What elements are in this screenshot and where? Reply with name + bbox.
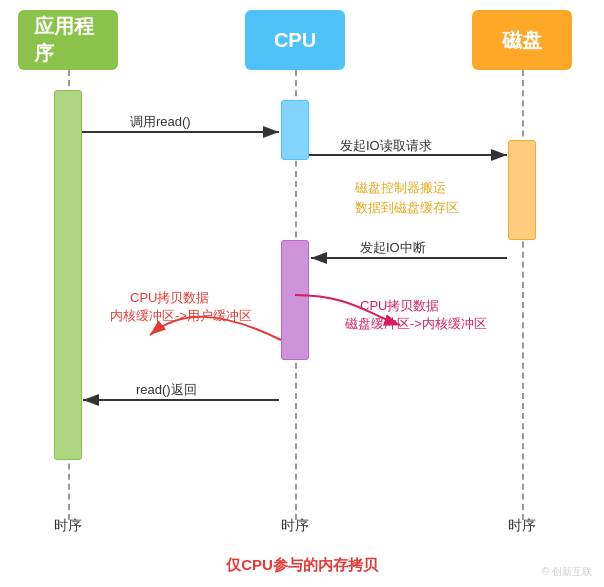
label-cpu-copy-user-1: CPU拷贝数据 [130,290,209,305]
label-read-return: read()返回 [136,382,197,397]
time-label-app: 时序 [54,517,82,535]
label-io-read: 发起IO读取请求 [340,138,432,153]
timeline-disk [522,70,524,520]
label-cpu-copy-disk-1: CPU拷贝数据 [360,298,439,313]
label-disk-copy-1: 磁盘控制器搬运 [354,180,446,195]
bar-cpu-top [281,100,309,160]
arrow-cpu-copy-user [150,317,281,340]
cpu-label: CPU [274,29,316,52]
time-label-disk: 时序 [508,517,536,535]
watermark: © 创新互联 [542,565,592,579]
bar-cpu-bottom [281,240,309,360]
label-cpu-copy-user-2: 内核缓冲区->用户缓冲区 [110,308,252,323]
label-io-interrupt: 发起IO中断 [360,240,426,255]
app-label: 应用程序 [34,13,102,67]
diagram: 应用程序 CPU 磁盘 [0,0,604,587]
bar-app [54,90,82,460]
disk-header: 磁盘 [472,10,572,70]
label-call-read: 调用read() [130,114,191,129]
cpu-header: CPU [245,10,345,70]
label-disk-copy-2: 数据到磁盘缓存区 [355,200,459,215]
arrow-cpu-copy-disk [295,295,400,325]
disk-label: 磁盘 [502,27,542,54]
bar-disk [508,140,536,240]
app-header: 应用程序 [18,10,118,70]
label-cpu-copy-disk-2: 磁盘缓冲区->内核缓冲区 [344,316,487,331]
time-label-cpu: 时序 [281,517,309,535]
footer-main-text: 仅CPU参与的内存拷贝 [0,556,604,575]
